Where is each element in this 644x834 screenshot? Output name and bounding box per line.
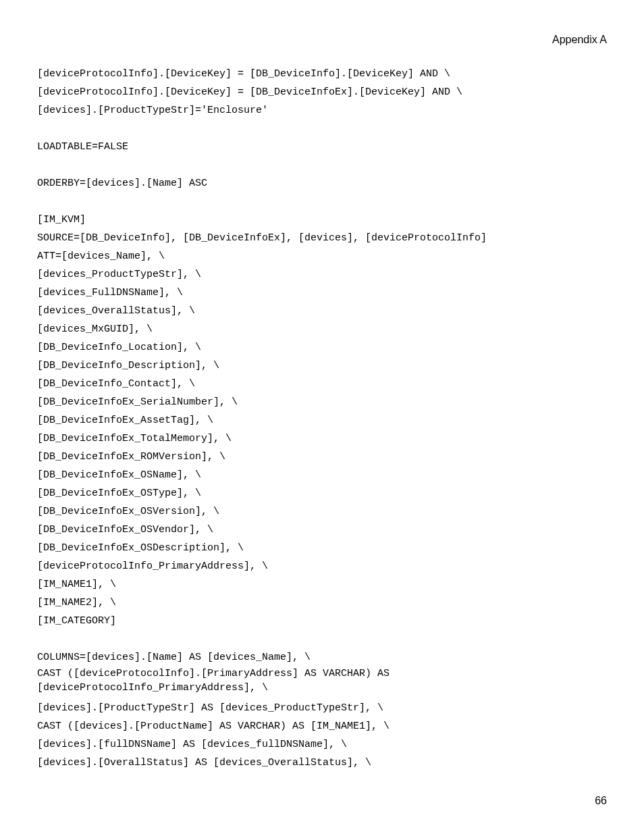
code-line: [DB_DeviceInfoEx_OSType], \ [37, 484, 607, 502]
code-line [37, 120, 607, 138]
code-line: [DB_DeviceInfoEx_ROMVersion], \ [37, 448, 607, 466]
code-line: ORDERBY=[devices].[Name] ASC [37, 174, 607, 192]
code-line: [devices_MxGUID], \ [37, 320, 607, 338]
code-line: LOADTABLE=FALSE [37, 138, 607, 156]
code-line: [IM_KVM] [37, 211, 607, 229]
code-line: [deviceProtocolInfo_PrimaryAddress], \ [37, 557, 607, 575]
code-line [37, 630, 607, 648]
code-line: CAST ([devices].[ProductName] AS VARCHAR… [37, 717, 607, 735]
code-line [37, 192, 607, 211]
code-line [37, 156, 607, 174]
code-line: [devices_OverallStatus], \ [37, 302, 607, 320]
code-line: CAST ([deviceProtocolInfo].[PrimaryAddre… [37, 667, 607, 695]
code-block: [deviceProtocolInfo].[DeviceKey] = [DB_D… [37, 65, 607, 772]
code-line: ATT=[devices_Name], \ [37, 247, 607, 265]
code-line: [devices].[ProductTypeStr]='Enclosure' [37, 101, 607, 120]
code-line: [DB_DeviceInfoEx_OSName], \ [37, 466, 607, 484]
code-line: [devices_FullDNSName], \ [37, 284, 607, 302]
code-line: [IM_NAME1], \ [37, 575, 607, 594]
code-line: [devices].[OverallStatus] AS [devices_Ov… [37, 754, 607, 772]
code-line: [DB_DeviceInfoEx_OSVendor], \ [37, 521, 607, 539]
code-line: [IM_CATEGORY] [37, 612, 607, 630]
code-line: [DB_DeviceInfoEx_TotalMemory], \ [37, 429, 607, 448]
code-line: [DB_DeviceInfo_Description], \ [37, 357, 607, 375]
code-line: [devices].[fullDNSName] AS [devices_full… [37, 735, 607, 754]
code-line: [DB_DeviceInfo_Location], \ [37, 338, 607, 357]
code-line: [DB_DeviceInfo_Contact], \ [37, 375, 607, 393]
code-line: [devices].[ProductTypeStr] AS [devices_P… [37, 699, 607, 717]
page-header: Appendix A [37, 34, 607, 46]
code-line: [IM_NAME2], \ [37, 594, 607, 612]
code-line: [DB_DeviceInfoEx_OSDescription], \ [37, 539, 607, 557]
code-line: [deviceProtocolInfo].[DeviceKey] = [DB_D… [37, 65, 607, 83]
code-line: [devices_ProductTypeStr], \ [37, 265, 607, 284]
code-line: SOURCE=[DB_DeviceInfo], [DB_DeviceInfoEx… [37, 229, 607, 247]
code-line: [deviceProtocolInfo].[DeviceKey] = [DB_D… [37, 83, 607, 101]
code-line: [DB_DeviceInfoEx_OSVersion], \ [37, 502, 607, 521]
code-line: [DB_DeviceInfoEx_AssetTag], \ [37, 411, 607, 429]
page-number: 66 [595, 795, 607, 807]
document-page: Appendix A [deviceProtocolInfo].[DeviceK… [0, 0, 644, 834]
code-line: [DB_DeviceInfoEx_SerialNumber], \ [37, 393, 607, 411]
code-line: COLUMNS=[devices].[Name] AS [devices_Nam… [37, 648, 607, 667]
